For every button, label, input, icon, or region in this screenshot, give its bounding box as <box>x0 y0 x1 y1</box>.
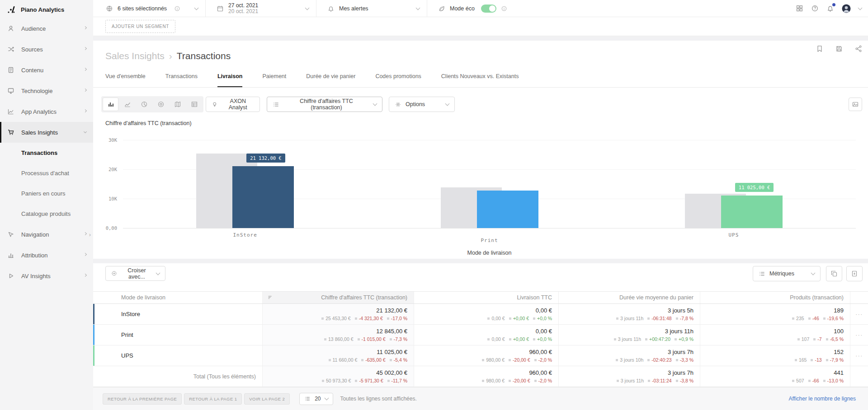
pie-chart-type-button[interactable] <box>136 98 152 111</box>
cell-delta-value: -635,00 € <box>361 357 385 363</box>
map-chart-type-button[interactable] <box>170 98 185 111</box>
alerts-selector[interactable]: Mes alertes <box>316 0 427 17</box>
cell-delta-value: +00:47:20 <box>645 336 670 342</box>
help-icon[interactable] <box>811 5 819 12</box>
sidebar-item-technologie[interactable]: Technologie <box>0 80 93 101</box>
column-header-mode-de-livraison[interactable]: Mode de livraison <box>93 292 262 303</box>
copy-icon <box>830 270 838 277</box>
x-axis-category-label: InStore <box>233 232 257 238</box>
sidebar-subitem-catalogue-produits[interactable]: Catalogue produits <box>0 204 93 224</box>
first-page-button[interactable]: RETOUR À LA PREMIÈRE PAGE <box>103 393 182 405</box>
cell-delta-value: -46 <box>808 316 819 321</box>
info-icon[interactable] <box>174 5 180 12</box>
chevron-down-icon[interactable] <box>858 5 863 10</box>
cell-shipping: 0,00 € 0,00 € +0,00 € +0,0 % <box>414 304 558 324</box>
copy-table-button[interactable] <box>826 266 842 281</box>
tab-transactions[interactable]: Transactions <box>165 73 198 87</box>
value-bar-ups[interactable] <box>721 196 783 228</box>
tab-duree-de-vie-panier[interactable]: Durée de vie panier <box>306 73 355 87</box>
rows-per-page-dropdown[interactable]: 20 <box>299 393 333 405</box>
sidebar-item-app-analytics[interactable]: App Analytics <box>0 101 93 122</box>
row-more-button[interactable]: ··· <box>850 345 868 366</box>
sidebar-item-label: Contenu <box>21 67 43 74</box>
sidebar-subitem-processus-achat[interactable]: Processus d'achat <box>0 163 93 183</box>
bar-chart: 30K20K10K0,00InStorePrintUPS21 132,00 €1… <box>123 140 856 228</box>
add-segment-button[interactable]: AJOUTER UN SEGMENT <box>105 20 175 33</box>
avatar[interactable] <box>842 4 851 13</box>
y-axis-tick-label: 30K <box>108 137 117 143</box>
row-more-button[interactable]: ··· <box>850 304 868 324</box>
bookmark-icon[interactable] <box>816 45 824 53</box>
sidebar-item-attribution[interactable]: Attribution <box>0 245 93 266</box>
row-label[interactable]: Print <box>93 325 262 345</box>
share-icon[interactable] <box>854 45 863 53</box>
notifications-button[interactable] <box>826 5 834 12</box>
value-bar-instore[interactable] <box>232 166 294 228</box>
export-chart-button[interactable] <box>849 98 862 111</box>
column-header-duree-vie-panier[interactable]: Durée vie moyenne du panier <box>558 292 700 303</box>
chart-type-switcher <box>101 96 203 112</box>
donut-chart-type-button[interactable] <box>153 98 169 111</box>
cell-delta-percent: -17,0 % <box>387 316 407 321</box>
metric-selector-dropdown[interactable]: Chiffre d'affaires TTC (transaction) <box>267 97 382 112</box>
breadcrumb: Sales Insights›Transactions <box>105 51 231 61</box>
cell-delta-value: -03:11:24 <box>648 378 672 383</box>
date-range-selector[interactable]: 27 oct. 2021 20 oct. 2021 <box>206 0 316 17</box>
tab-clients-nouveaux-vs-existants[interactable]: Clients Nouveaux vs. Existants <box>441 73 519 87</box>
sidebar-item-label: Sources <box>21 46 43 53</box>
x-axis-title: Mode de livraison <box>467 250 512 256</box>
column-header-produits[interactable]: Produits (transaction) <box>700 292 850 303</box>
notification-dot <box>832 3 835 6</box>
bar-chart-type-button[interactable] <box>103 98 118 111</box>
tab-livraison[interactable]: Livraison <box>217 73 243 87</box>
row-label[interactable]: UPS <box>93 345 262 366</box>
value-bar-print[interactable] <box>477 191 538 228</box>
sidebar-subitem-label: Catalogue produits <box>21 210 71 217</box>
sidebar-item-av-insights[interactable]: AV Insights <box>0 266 93 286</box>
sort-icon[interactable] <box>267 294 274 301</box>
save-icon[interactable] <box>835 45 843 53</box>
row-label[interactable]: InStore <box>93 304 262 324</box>
tab-codes-promotions[interactable]: Codes promotions <box>375 73 421 87</box>
column-header-chiffre-affaires[interactable]: Chiffre d'affaires TTC (transaction) <box>262 292 414 303</box>
cell-delta-percent: -3,8 % <box>676 378 693 383</box>
tab-vue-densemble[interactable]: Vue d'ensemble <box>105 73 146 87</box>
cell-products: 100 107 -7 -6,5 % <box>700 325 850 345</box>
info-icon[interactable] <box>501 5 507 12</box>
sidebar-subitem-label: Transactions <box>21 149 57 156</box>
sidebar-item-label: App Analytics <box>21 108 57 115</box>
breadcrumb-section[interactable]: Sales Insights <box>105 51 165 61</box>
eco-mode-toggle[interactable] <box>481 5 496 13</box>
cell-delta-value: -20,00 € <box>509 378 530 383</box>
sidebar-item-audience[interactable]: Audience <box>0 18 93 39</box>
donut-chart-icon <box>157 101 165 108</box>
export-table-button[interactable] <box>846 266 863 281</box>
column-header-livraison-ttc[interactable]: Livraison TTC <box>414 292 558 303</box>
sidebar-collapse-handle[interactable]: › <box>89 231 91 238</box>
previous-page-button[interactable]: RETOUR À LA PAGE 1 <box>184 393 242 405</box>
cell-delta-percent: -11,7 % <box>387 378 407 383</box>
axon-analyst-button[interactable]: AXON Analyst <box>206 97 260 112</box>
line-chart-type-button[interactable] <box>119 98 135 111</box>
sidebar-item-sales-insights[interactable]: Sales Insights <box>0 122 93 143</box>
chart-gridline <box>123 228 856 228</box>
site-selector[interactable]: 6 sites sélectionnés <box>93 0 206 17</box>
sidebar-subitem-paniers-en-cours[interactable]: Paniers en cours <box>0 183 93 204</box>
divider-band <box>93 259 868 263</box>
sidebar-item-sources[interactable]: Sources <box>0 39 93 60</box>
metrics-dropdown[interactable]: Métriques <box>753 266 821 281</box>
cross-with-button[interactable]: Croiser avec... <box>105 266 165 281</box>
sidebar-subitem-transactions[interactable]: Transactions <box>0 143 93 163</box>
sidebar-item-contenu[interactable]: Contenu <box>0 60 93 80</box>
show-row-count-link[interactable]: Afficher le nombre de lignes <box>788 396 856 402</box>
row-more-button[interactable]: ··· <box>850 325 868 345</box>
tab-paiement[interactable]: Paiement <box>262 73 286 87</box>
options-dropdown[interactable]: Options <box>389 97 455 112</box>
app-logo[interactable]: Piano Analytics <box>0 0 93 18</box>
next-page-button[interactable]: VOIR LA PAGE 2 <box>244 393 290 405</box>
bar-value-label: 21 132,00 € <box>246 154 285 163</box>
apps-grid-icon[interactable] <box>796 5 803 12</box>
sidebar-item-navigation[interactable]: Navigation <box>0 224 93 245</box>
cell-delta-percent: +0,9 % <box>675 336 693 342</box>
table-chart-type-button[interactable] <box>186 98 202 111</box>
